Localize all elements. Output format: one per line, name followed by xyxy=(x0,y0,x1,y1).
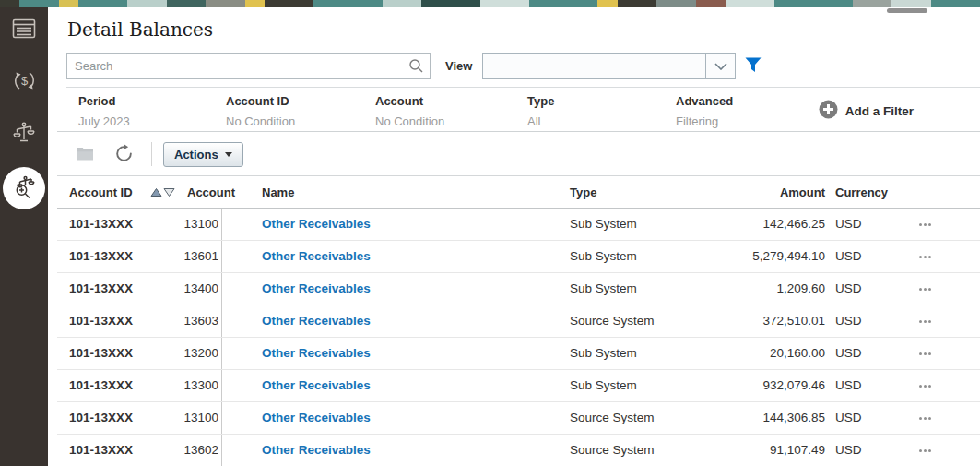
dropdown-caret-icon xyxy=(225,152,232,157)
sidebar-item-balance-inquiry[interactable] xyxy=(0,167,48,209)
cell-type: Source System xyxy=(533,402,699,434)
filter-field-value: No Condition xyxy=(375,114,521,128)
row-actions-button[interactable] xyxy=(903,370,946,401)
table-row[interactable]: 101-13XXX 13603 Other Receivables Source… xyxy=(57,305,980,338)
cell-account: 13601 xyxy=(166,241,222,272)
view-select[interactable] xyxy=(482,53,736,79)
account-name-link[interactable]: Other Receivables xyxy=(262,281,371,295)
row-actions-button[interactable] xyxy=(903,338,946,369)
cell-name: Other Receivables xyxy=(222,209,533,240)
add-circle-icon xyxy=(819,100,838,123)
cell-account: 13300 xyxy=(166,370,222,401)
sidebar-item-balance-hierarchy[interactable] xyxy=(0,120,48,149)
table-row[interactable]: 101-13XXX 13300 Other Receivables Sub Sy… xyxy=(57,370,980,402)
account-name-link[interactable]: Other Receivables xyxy=(262,217,371,231)
toolbar-divider xyxy=(151,142,152,166)
table-row[interactable]: 101-13XXX 13100 Other Receivables Source… xyxy=(57,402,980,435)
cell-account: 13100 xyxy=(166,402,222,434)
search-icon[interactable] xyxy=(408,58,430,74)
actions-button[interactable]: Actions xyxy=(163,142,243,167)
cell-currency: USD xyxy=(825,370,903,401)
cell-amount: 20,160.00 xyxy=(699,338,825,369)
cell-currency: USD xyxy=(825,402,903,434)
cell-name: Other Receivables xyxy=(222,305,533,337)
cell-name: Other Receivables xyxy=(222,402,533,434)
search-input[interactable] xyxy=(67,54,408,78)
column-header-name[interactable]: Name xyxy=(262,176,294,209)
filter-field-value: Filtering xyxy=(676,114,821,128)
column-header-account[interactable]: Account xyxy=(187,176,235,209)
refresh-icon[interactable] xyxy=(114,144,134,167)
cell-account-id: 101-13XXX xyxy=(57,370,166,401)
row-actions-button[interactable] xyxy=(903,273,946,305)
table-row[interactable]: 101-13XXX 13400 Other Receivables Sub Sy… xyxy=(57,273,980,305)
chevron-down-icon[interactable] xyxy=(705,54,735,78)
account-name-link[interactable]: Other Receivables xyxy=(262,378,371,392)
table-row[interactable]: 101-13XXX 13100 Other Receivables Sub Sy… xyxy=(57,209,980,241)
account-name-link[interactable]: Other Receivables xyxy=(262,443,371,457)
cell-account-id: 101-13XXX xyxy=(57,402,166,434)
filter-field-label: Period xyxy=(78,94,224,108)
row-actions-icon xyxy=(919,449,931,452)
sidebar-item-balances-list[interactable] xyxy=(0,18,48,43)
column-header-currency[interactable]: Currency xyxy=(835,176,888,209)
cell-type: Sub System xyxy=(533,370,699,401)
account-name-link[interactable]: Other Receivables xyxy=(262,249,371,263)
cell-type: Sub System xyxy=(533,241,699,272)
filter-field-value: All xyxy=(527,114,673,128)
filter-field[interactable]: Account ID No Condition xyxy=(226,88,372,128)
filter-field-value: No Condition xyxy=(226,114,372,128)
cell-amount: 5,279,494.10 xyxy=(699,241,825,272)
cell-name: Other Receivables xyxy=(222,435,533,466)
cell-account: 13100 xyxy=(166,209,222,240)
account-name-link[interactable]: Other Receivables xyxy=(262,411,371,424)
filter-field[interactable]: Type All xyxy=(527,88,673,128)
account-name-link[interactable]: Other Receivables xyxy=(262,314,371,328)
cell-name: Other Receivables xyxy=(222,370,533,401)
row-actions-icon xyxy=(919,256,931,258)
filter-field[interactable]: Advanced Filtering xyxy=(676,88,821,128)
cell-amount: 144,306.85 xyxy=(699,402,825,434)
table-row[interactable]: 101-13XXX 13200 Other Receivables Sub Sy… xyxy=(57,338,980,370)
cell-account: 13603 xyxy=(166,305,222,337)
row-actions-icon xyxy=(919,352,931,355)
row-actions-button[interactable] xyxy=(903,241,946,272)
column-header-account-id[interactable]: Account ID xyxy=(69,176,133,209)
page-title: Detail Balances xyxy=(67,18,213,41)
cell-name: Other Receivables xyxy=(222,338,533,369)
scales-icon xyxy=(11,120,37,149)
cell-type: Source System xyxy=(533,435,699,466)
filter-field[interactable]: Period July 2023 xyxy=(78,88,224,128)
row-actions-button[interactable] xyxy=(903,402,946,434)
cell-account-id: 101-13XXX xyxy=(57,435,166,466)
account-name-link[interactable]: Other Receivables xyxy=(262,346,371,360)
column-header-type[interactable]: Type xyxy=(570,176,596,209)
row-actions-button[interactable] xyxy=(903,305,946,337)
filter-field[interactable]: Account No Condition xyxy=(375,88,521,128)
cell-currency: USD xyxy=(825,338,903,369)
folder-icon[interactable] xyxy=(76,146,94,164)
cell-amount: 1,209.60 xyxy=(699,273,825,305)
cell-amount: 372,510.01 xyxy=(699,305,825,337)
row-actions-icon xyxy=(919,288,931,291)
table-row[interactable]: 101-13XXX 13602 Other Receivables Source… xyxy=(57,435,980,466)
cell-amount: 91,107.49 xyxy=(699,435,825,466)
sidebar: $ xyxy=(0,7,48,466)
row-actions-button[interactable] xyxy=(903,435,946,466)
add-filter-label: Add a Filter xyxy=(845,104,914,118)
cell-currency: USD xyxy=(825,435,903,466)
table-row[interactable]: 101-13XXX 13601 Other Receivables Sub Sy… xyxy=(57,241,980,273)
column-header-amount[interactable]: Amount xyxy=(699,176,825,209)
cell-name: Other Receivables xyxy=(222,241,533,272)
filter-funnel-icon[interactable] xyxy=(745,57,763,76)
sidebar-item-currency-exchange[interactable]: $ xyxy=(0,68,48,97)
currency-transfer-icon: $ xyxy=(12,68,37,97)
row-actions-button[interactable] xyxy=(903,209,946,240)
add-filter-button[interactable]: Add a Filter xyxy=(819,100,914,123)
filter-bar: Period July 2023 Account ID No Condition… xyxy=(57,88,980,132)
actions-button-label: Actions xyxy=(174,148,218,161)
sort-icons[interactable] xyxy=(146,187,177,197)
ledger-grid-icon xyxy=(12,18,36,43)
table-header: Account ID Account Name Type Amount Curr… xyxy=(57,176,980,209)
cell-account-id: 101-13XXX xyxy=(57,209,166,240)
